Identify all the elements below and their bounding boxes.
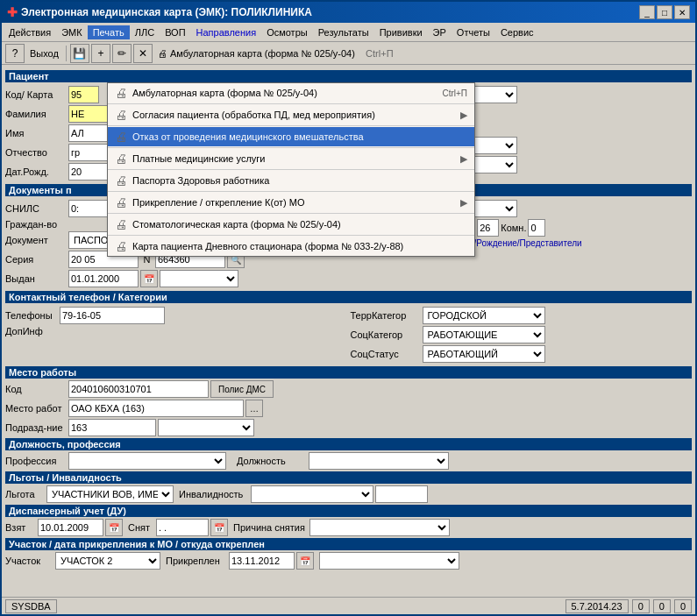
row-terr: ТеррКатегор ГОРОДСКОЙ (351, 307, 693, 324)
toolbar: ? Выход 💾 + ✏ ✕ 🖨 Амбулаторная карта (фо… (2, 42, 695, 65)
menu-service[interactable]: Сервис (495, 25, 539, 39)
print-icon-5: 🖨 (115, 173, 127, 188)
sniat-cal-btn[interactable]: 📅 (210, 519, 228, 536)
prof-select[interactable] (68, 452, 226, 470)
menu-passport[interactable]: 🖨 Паспорта Здоровья работника (108, 171, 474, 190)
menu-directions[interactable]: Направления (191, 25, 262, 39)
prikr-input[interactable] (229, 552, 295, 570)
lgota-select[interactable]: УЧАСТНИКИ ВОВ, ИМЕЮ (46, 485, 174, 503)
telefony-label: Телефоны (5, 310, 58, 321)
title-bar: ✚ Электронная медицинская карта (ЭМК): П… (2, 2, 695, 23)
patient-section-header: Пациент (5, 70, 692, 82)
socstatus-select[interactable]: РАБОТАЮЩИЙ (423, 345, 545, 363)
menu-daystation[interactable]: 🖨 Карта пациента Дневного стационара (фо… (108, 237, 474, 256)
podrazd-label: Подразд-ние (5, 422, 67, 433)
vydan-cal-btn[interactable]: 📅 (140, 270, 158, 287)
title-controls: _ □ ✕ (639, 5, 690, 19)
menu-results[interactable]: Результаты (313, 25, 374, 39)
row-socstatus: СоцСтатус РАБОТАЮЩИЙ (351, 345, 693, 363)
print-icon-1: 🖨 (115, 86, 127, 100)
close-button[interactable]: ✕ (674, 5, 690, 19)
invalid-select[interactable] (251, 485, 373, 503)
terr-select[interactable]: ГОРОДСКОЙ (423, 307, 545, 324)
seriya-label: Серия (5, 254, 67, 265)
kod-input[interactable] (68, 86, 99, 103)
minimize-button[interactable]: _ (639, 5, 655, 19)
maximize-button[interactable]: □ (657, 5, 672, 19)
save-button[interactable]: 💾 (70, 44, 89, 63)
row-telefony: Телефоны (5, 307, 347, 324)
menu-stomatology[interactable]: 🖨 Стоматологическая карта (форма № 025/у… (108, 215, 474, 234)
dopinf-label: ДопИнф (5, 326, 58, 336)
status-user: SYSDBA (5, 599, 57, 613)
delete-button[interactable]: ✕ (133, 44, 153, 63)
menu-consent[interactable]: 🖨 Согласия пациента (обработка ПД, мед м… (108, 105, 474, 124)
print-icon-8: 🖨 (115, 239, 127, 253)
status-n2: 0 (653, 599, 671, 613)
socstatus-label: СоцСтатус (351, 349, 421, 359)
content-area: 🖨 Амбулаторная карта (форма № 025/у-04) … (2, 65, 695, 597)
vziat-input[interactable] (38, 519, 103, 536)
mesto-input[interactable] (68, 400, 244, 417)
prikr-cal-btn[interactable]: 📅 (296, 552, 314, 570)
help-button[interactable]: ? (5, 44, 25, 63)
row-mesto: Место работ … (5, 400, 692, 417)
row-workplace-kod: Код Полис ДМС (5, 380, 692, 398)
from-select[interactable] (319, 552, 459, 570)
kv-input[interactable] (477, 219, 499, 237)
uchastok-select[interactable]: УЧАСТОК 2 (55, 552, 160, 570)
terr-label: ТеррКатегор (351, 310, 421, 321)
menu-paid[interactable]: 🖨 Платные медицинские услуги ▶ (108, 149, 474, 168)
menu-reports[interactable]: Отчеты (452, 25, 495, 39)
menu-examinations[interactable]: Осмотры (261, 25, 313, 39)
workplace-kod-input[interactable] (68, 380, 209, 398)
dolzh-select[interactable] (309, 452, 449, 470)
workplace-kod-label: Код (5, 384, 67, 394)
komn-label: Комн. (501, 223, 526, 233)
menu-emk[interactable]: ЭМК (56, 25, 87, 39)
podrazd-input[interactable] (68, 419, 156, 436)
contacts-left: Телефоны ДопИнф (5, 305, 347, 365)
menu-llc[interactable]: ЛЛС (130, 25, 160, 39)
arrow-icon-paid: ▶ (460, 153, 467, 165)
prof-label: Профессия (5, 456, 67, 466)
vydan-input[interactable] (68, 270, 139, 287)
prichina-label: Причина снятия (233, 522, 308, 533)
menu-er[interactable]: ЭР (428, 25, 452, 39)
app-icon: ✚ (7, 5, 18, 19)
add-button[interactable]: + (91, 44, 110, 63)
sniat-label: Снят (128, 522, 154, 533)
menu-print[interactable]: Печать (88, 25, 130, 39)
komn-input[interactable] (528, 219, 545, 237)
menu-vop[interactable]: ВОП (160, 25, 190, 39)
prichina-select[interactable] (309, 519, 450, 536)
telefony-input[interactable] (60, 307, 165, 324)
arrow-icon-consent: ▶ (460, 110, 467, 121)
invalid-input[interactable] (375, 485, 428, 503)
podrazd-select[interactable] (158, 419, 254, 436)
menu-refusal[interactable]: 🖨 Отказ от проведения медицинского вмеша… (108, 127, 474, 146)
mesto-btn[interactable]: … (245, 400, 263, 417)
polis-dms-button[interactable]: Полис ДМС (210, 380, 274, 398)
soc-select[interactable]: РАБОТАЮЩИЕ (423, 326, 545, 343)
menu-actions[interactable]: Действия (4, 25, 56, 39)
row-vydan: Выдан 📅 (5, 270, 365, 287)
edit-button[interactable]: ✏ (112, 44, 132, 63)
datroj-label: Дат.Рожд. (5, 166, 67, 177)
vydan-select[interactable] (160, 270, 238, 287)
lgota-label: Льгота (5, 489, 45, 499)
profession-section-header: Должность, профессия (5, 438, 692, 450)
main-window: ✚ Электронная медицинская карта (ЭМК): П… (0, 0, 697, 616)
menu-attachment[interactable]: 🖨 Прикрепление / открепление К(от) МО ▶ (108, 193, 474, 212)
status-n3: 0 (674, 599, 692, 613)
menu-ambulatory[interactable]: 🖨 Амбулаторная карта (форма № 025/у-04) … (108, 83, 474, 103)
menu-vaccines[interactable]: Прививки (374, 25, 428, 39)
contacts-right: ТеррКатегор ГОРОДСКОЙ СоцКатегор РАБОТАЮ… (351, 305, 693, 365)
prikr-label: Прикреплен (166, 556, 227, 566)
contacts-section-header: Контактный телефон / Категории (5, 291, 692, 303)
print-menu-trigger[interactable]: 🖨 Амбулаторная карта (форма № 025/у-04) … (154, 48, 397, 59)
sniat-input[interactable] (156, 519, 209, 536)
row-podrazd: Подразд-ние (5, 419, 692, 436)
vziat-cal-btn[interactable]: 📅 (105, 519, 123, 536)
invalid-label: Инвалидность (179, 489, 249, 499)
